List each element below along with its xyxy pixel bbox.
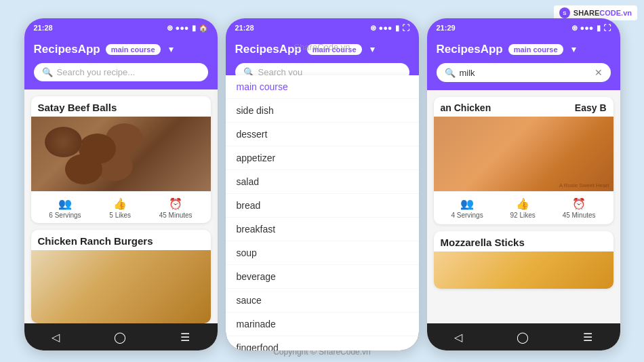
nav-home-right[interactable]: ◯ <box>517 331 529 344</box>
logo-text: SHARECODE.vn <box>573 9 632 17</box>
dropdown-item-11[interactable]: fingerfood <box>226 336 419 350</box>
food-image-mozzarella-right <box>434 252 613 289</box>
search-input-wrap-right[interactable]: 🔍 milk ✕ <box>437 63 611 82</box>
dropdown-overlay: main course side dish dessert appetizer … <box>226 75 419 350</box>
stats-row-beef-left: 👥 6 Servings 👍 5 Likes ⏰ 45 Minutes <box>31 191 211 223</box>
recipe-title-mozzarella-right: Mozzarella Sticks <box>434 231 613 252</box>
dropdown-item-3[interactable]: appetizer <box>226 146 419 170</box>
app-header-left: RecipesApp main course ▼ <box>24 37 218 63</box>
dropdown-item-6[interactable]: breakfast <box>226 218 419 241</box>
stat-likes-left: 👍 5 Likes <box>109 197 131 219</box>
dropdown-arrow-middle[interactable]: ▼ <box>369 45 377 54</box>
recipe-card-mozzarella-right[interactable]: Mozzarella Sticks <box>434 231 613 289</box>
time-icon-right: ⏰ <box>572 197 586 210</box>
status-bar-right: 21:29 ⊛ ●●● ▮ ⛶ <box>427 18 620 37</box>
battery-icon-m: ▮ <box>395 24 399 33</box>
search-icon-left: 🔍 <box>42 67 53 77</box>
app-title-left: RecipesApp <box>34 43 100 56</box>
dropdown-arrow-right[interactable]: ▼ <box>570 45 578 54</box>
nav-menu-left[interactable]: ☰ <box>180 331 190 344</box>
status-time-middle: 21:28 <box>235 24 254 32</box>
app-title-middle: RecipesApp <box>235 43 302 56</box>
recipe-title-right-right: Easy B <box>575 102 607 113</box>
content-left: Satay Beef Balls 👥 6 Servings 👍 5 Likes … <box>24 89 218 323</box>
likes-icon-left: 👍 <box>113 197 127 210</box>
food-image-beef-left <box>31 117 211 191</box>
servings-label-left: 6 Servings <box>49 212 81 219</box>
search-bar-right: 🔍 milk ✕ <box>427 63 620 90</box>
wifi-icon-m: ⊛ <box>370 24 376 33</box>
clear-icon-right[interactable]: ✕ <box>595 67 603 78</box>
dropdown-arrow-left[interactable]: ▼ <box>167 45 176 54</box>
search-bar-left: 🔍 Search you recipe... <box>24 63 218 89</box>
servings-label-right: 4 Servings <box>451 212 483 219</box>
nav-home-left[interactable]: ◯ <box>114 331 126 344</box>
status-time-right: 21:29 <box>437 24 456 32</box>
phone-middle: 21:28 ⊛ ●●● ▮ ⛶ RecipesApp main course ▼… <box>226 18 419 350</box>
servings-icon-left: 👥 <box>58 197 72 210</box>
bottom-nav-right: ◁ ◯ ☰ <box>427 323 620 350</box>
pin-icon: 🏠 <box>199 24 208 33</box>
stats-row-right: 👥 4 Servings 👍 92 Likes ⏰ 45 Minutes <box>434 191 613 224</box>
dropdown-item-2[interactable]: dessert <box>226 123 419 146</box>
dropdown-item-10[interactable]: marinade <box>226 313 419 336</box>
wifi-icon: ⊛ <box>167 24 173 33</box>
partial-title-row-right: an Chicken Easy B <box>434 97 613 117</box>
search-icon-right: 🔍 <box>445 68 456 78</box>
dropdown-item-5[interactable]: bread <box>226 194 419 218</box>
logo-icon: S <box>559 7 570 18</box>
likes-label-left: 5 Likes <box>109 212 131 219</box>
likes-icon-right: 👍 <box>516 197 529 210</box>
dropdown-item-9[interactable]: sauce <box>226 289 419 313</box>
status-icons-middle: ⊛ ●●● ▮ ⛶ <box>370 24 409 33</box>
app-title-right: RecipesApp <box>437 43 503 56</box>
recipe-card-chicken-right[interactable]: an Chicken Easy B A Rosie Sweet Heart 👥 … <box>434 97 613 224</box>
recipe-card-chicken-left[interactable]: Chicken Ranch Burgers <box>31 230 211 323</box>
status-time-left: 21:28 <box>34 24 53 32</box>
pin-icon-m: ⛶ <box>402 24 409 32</box>
dropdown-item-8[interactable]: beverage <box>226 265 419 289</box>
stat-time-right: ⏰ 45 Minutes <box>563 197 596 219</box>
status-icons-right: ⊛ ●●● ▮ ⛶ <box>571 24 611 33</box>
category-badge-right[interactable]: main course <box>508 44 563 55</box>
battery-icon-r: ▮ <box>597 24 601 33</box>
time-label-left: 45 Minutes <box>159 212 193 219</box>
time-label-right: 45 Minutes <box>563 212 596 219</box>
signal-icon: ●●● <box>176 24 189 32</box>
logo-share: SHARE <box>573 9 600 17</box>
signal-icon-m: ●●● <box>379 24 393 32</box>
status-bar-middle: 21:28 ⊛ ●●● ▮ ⛶ <box>226 18 419 37</box>
bottom-nav-left: ◁ ◯ ☰ <box>24 323 218 350</box>
battery-icon: ▮ <box>192 24 196 33</box>
category-badge-left[interactable]: main course <box>106 44 161 55</box>
search-placeholder-left: Search you recipe... <box>57 67 136 77</box>
search-input-wrap-left[interactable]: 🔍 Search you recipe... <box>34 63 208 81</box>
nav-back-left[interactable]: ◁ <box>52 331 60 344</box>
pin-icon-r: ⛶ <box>603 24 611 32</box>
dropdown-item-4[interactable]: salad <box>226 170 419 194</box>
dropdown-item-7[interactable]: soup <box>226 241 419 265</box>
logo-code: CODE.vn <box>599 9 632 17</box>
watermark-text: ShareCode.vn <box>294 42 350 52</box>
stat-likes-right: 👍 92 Likes <box>510 197 536 219</box>
likes-label-right: 92 Likes <box>510 212 536 219</box>
app-header-right: RecipesApp main course ▼ <box>427 37 620 63</box>
phone-left: 21:28 ⊛ ●●● ▮ 🏠 RecipesApp main course ▼… <box>24 18 218 350</box>
signal-icon-r: ●●● <box>580 24 594 32</box>
stat-servings-left: 👥 6 Servings <box>49 197 81 219</box>
recipe-title-beef-left: Satay Beef Balls <box>31 96 211 117</box>
phone-right: 21:29 ⊛ ●●● ▮ ⛶ RecipesApp main course ▼… <box>427 18 620 350</box>
food-image-right: A Rosie Sweet Heart <box>434 117 613 191</box>
recipe-title-chicken-left: Chicken Ranch Burgers <box>31 230 211 250</box>
wifi-icon-r: ⊛ <box>571 24 578 33</box>
recipe-card-beef-left[interactable]: Satay Beef Balls 👥 6 Servings 👍 5 Likes … <box>31 96 211 223</box>
nav-back-right[interactable]: ◁ <box>454 331 462 344</box>
time-icon-left: ⏰ <box>169 197 182 210</box>
dropdown-item-0[interactable]: main course <box>226 75 419 99</box>
screens-row: 21:28 ⊛ ●●● ▮ 🏠 RecipesApp main course ▼… <box>24 18 620 350</box>
nav-menu-right[interactable]: ☰ <box>583 331 592 344</box>
content-right: an Chicken Easy B A Rosie Sweet Heart 👥 … <box>427 90 620 323</box>
search-value-right: milk <box>460 68 590 78</box>
servings-icon-right: 👥 <box>460 197 474 210</box>
dropdown-item-1[interactable]: side dish <box>226 99 419 123</box>
